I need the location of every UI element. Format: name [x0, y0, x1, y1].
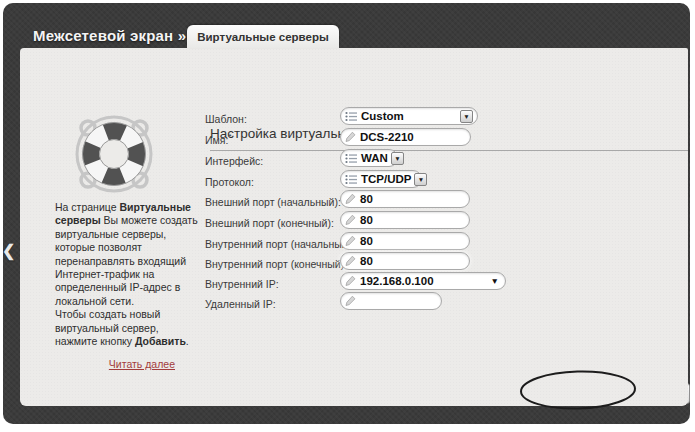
private-port-end-value: 80	[360, 255, 373, 267]
protocol-label: Протокол:	[205, 174, 254, 188]
pencil-icon	[345, 255, 356, 267]
private-port-end-input[interactable]: 80	[340, 252, 470, 270]
template-value: Custom	[361, 110, 404, 122]
list-icon	[345, 174, 357, 185]
pencil-icon	[345, 295, 356, 307]
interface-label: Интерфейс:	[205, 153, 263, 167]
name-value: DCS-2210	[360, 131, 414, 143]
combo-caret-icon[interactable]: ▼	[491, 276, 501, 286]
list-icon	[345, 153, 357, 164]
field-row-remote-ip: Удаленный IP:	[205, 292, 685, 310]
pencil-icon	[345, 214, 356, 226]
collapse-sidebar-icon[interactable]: ❮	[2, 241, 15, 260]
field-row-protocol: Протокол: TCP/UDP ▼	[205, 170, 685, 188]
private-port-start-label: Внутренний порт (начальный):*	[205, 236, 357, 250]
protocol-select[interactable]: TCP/UDP ▼	[340, 170, 422, 188]
interface-value: WAN	[361, 152, 388, 164]
template-select[interactable]: Custom ▼	[340, 107, 478, 125]
public-port-start-value: 80	[360, 193, 373, 205]
content-panel: На странице Виртуальные серверы Вы может…	[20, 48, 688, 406]
pencil-icon	[345, 131, 356, 143]
template-dropdown-button[interactable]: ▼	[460, 110, 473, 123]
tab-virtual-servers[interactable]: Виртуальные серверы	[187, 25, 339, 48]
public-port-start-input[interactable]: 80	[340, 190, 470, 208]
breadcrumb-firewall[interactable]: Межсетевой экран »	[33, 27, 186, 44]
help-paragraph-1: На странице Виртуальные серверы Вы может…	[55, 201, 199, 308]
read-more-link[interactable]: Читать далее	[55, 358, 199, 371]
help-text: На странице Виртуальные серверы Вы может…	[55, 201, 199, 372]
private-port-start-input[interactable]: 80	[340, 232, 470, 250]
private-ip-label: Внутренний IP:	[205, 276, 279, 290]
field-row-private-port-start: Внутренний порт (начальный):* 80	[205, 232, 685, 250]
pencil-icon	[345, 275, 356, 287]
public-port-end-label: Внешний порт (конечный):	[205, 215, 334, 229]
field-row-template: Шаблон: Custom ▼	[205, 107, 685, 125]
protocol-value: TCP/UDP	[361, 173, 411, 185]
pencil-icon	[345, 193, 356, 205]
private-ip-value: 192.168.0.100	[360, 275, 434, 287]
public-port-end-value: 80	[360, 214, 373, 226]
field-row-name: Имя:* DCS-2210	[205, 128, 685, 146]
name-label: Имя:*	[205, 132, 232, 146]
private-port-end-label: Внутренний порт (конечный):	[205, 256, 347, 270]
remote-ip-input[interactable]	[340, 292, 442, 310]
help-paragraph-2: Чтобы создать новый виртуальный сервер, …	[55, 308, 199, 348]
private-ip-combobox[interactable]: 192.168.0.100 ▼	[340, 272, 506, 290]
remote-ip-label: Удаленный IP:	[205, 296, 276, 310]
template-label: Шаблон:	[205, 111, 247, 125]
interface-select[interactable]: WAN ▼	[340, 149, 398, 167]
protocol-dropdown-button[interactable]: ▼	[414, 173, 427, 186]
field-row-public-port-start: Внешний порт (начальный):* 80	[205, 190, 685, 208]
public-port-end-input[interactable]: 80	[340, 211, 470, 229]
name-input[interactable]: DCS-2210	[340, 128, 471, 146]
lifebuoy-icon	[70, 108, 158, 204]
interface-dropdown-button[interactable]: ▼	[391, 152, 404, 165]
field-row-interface: Интерфейс: WAN ▼	[205, 149, 685, 167]
pencil-icon	[345, 235, 356, 247]
list-icon	[345, 111, 357, 122]
private-port-start-value: 80	[360, 235, 373, 247]
field-row-public-port-end: Внешний порт (конечный): 80	[205, 211, 685, 229]
field-row-private-ip: Внутренний IP: 192.168.0.100 ▼	[205, 272, 685, 290]
public-port-start-label: Внешний порт (начальный):*	[205, 194, 344, 208]
field-row-private-port-end: Внутренний порт (конечный): 80	[205, 252, 685, 270]
